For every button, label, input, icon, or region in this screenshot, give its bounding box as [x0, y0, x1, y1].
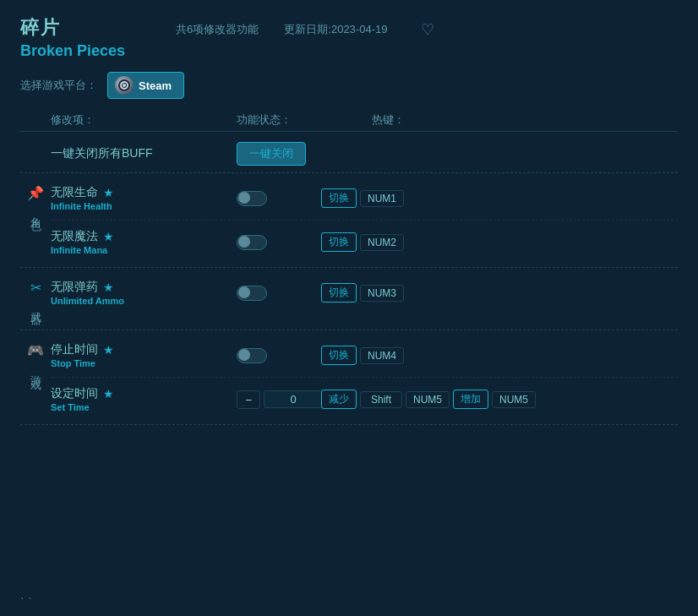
star-icon: ★ — [103, 281, 114, 294]
hotkey-shift-key: Shift — [360, 391, 402, 408]
table-row: 无限弹药 ★ Unlimited Ammo 切换 NUM3 — [51, 271, 678, 314]
steam-label: Steam — [139, 79, 172, 92]
mod-name-en: Set Time — [51, 402, 237, 412]
steam-button[interactable]: Steam — [107, 72, 184, 99]
hotkey-toggle-btn[interactable]: 切换 — [321, 283, 357, 303]
hotkey-toggle-btn[interactable]: 切换 — [321, 188, 357, 208]
star-icon: ★ — [103, 186, 114, 199]
character-section-label: 角色 — [28, 208, 43, 215]
toggle-unlimited-ammo[interactable] — [237, 286, 267, 301]
title-cn: 碎片 — [20, 15, 125, 41]
toggle-infinite-health[interactable] — [237, 191, 267, 206]
star-icon: ★ — [103, 387, 114, 401]
star-icon: ★ — [103, 230, 114, 243]
footer-dots: · · — [20, 591, 31, 606]
hotkey-toggle-btn[interactable]: 切换 — [321, 346, 357, 365]
mod-name-cn: 无限魔法 ★ — [51, 229, 237, 244]
hotkey-decrease-btn[interactable]: 减少 — [321, 390, 357, 409]
hotkey-num5-dec-key: NUM5 — [406, 391, 450, 408]
meta-count: 共6项修改器功能 — [176, 22, 259, 37]
hotkey-toggle-btn[interactable]: 切换 — [321, 232, 357, 252]
game-controller-icon: 🎮 — [27, 342, 44, 358]
section-character: 📌 角色 无限生命 ★ Infinite Health — [20, 177, 678, 268]
heart-icon[interactable]: ♡ — [421, 20, 434, 39]
number-input[interactable] — [264, 390, 323, 408]
col-header-hotkey: 热键： — [372, 112, 678, 128]
decrement-button[interactable]: − — [237, 390, 260, 409]
mod-name-en: Infinite Health — [51, 201, 237, 211]
global-buff-button[interactable]: 一键关闭 — [237, 142, 306, 166]
hotkey-key: NUM2 — [360, 234, 404, 251]
section-game: 🎮 游戏 停止时间 ★ Stop Time — [20, 334, 678, 425]
mod-name-en: Unlimited Ammo — [51, 296, 237, 306]
steam-logo-icon — [115, 76, 134, 95]
table-row: 停止时间 ★ Stop Time 切换 NUM4 — [51, 334, 678, 378]
game-section-label: 游戏 — [28, 367, 43, 373]
mod-name-cn: 无限生命 ★ — [51, 185, 237, 200]
col-header-status: 功能状态： — [237, 112, 372, 128]
table-row: 设定时间 ★ Set Time − + 减少 Shift NUM5 增加 NUM… — [51, 378, 678, 421]
weapons-section-label: 武器 — [28, 303, 43, 309]
mod-name-cn: 无限弹药 ★ — [51, 280, 237, 295]
mod-name-en: Stop Time — [51, 358, 237, 368]
section-weapons: ✂ 武器 无限弹药 ★ Unlimited Ammo — [20, 271, 678, 330]
character-pin-icon: 📌 — [27, 185, 44, 201]
global-buff-label: 一键关闭所有BUFF — [51, 146, 237, 161]
meta-date: 更新日期:2023-04-19 — [284, 22, 387, 37]
star-icon: ★ — [103, 343, 114, 357]
hotkey-increase-btn[interactable]: 增加 — [453, 390, 488, 409]
col-header-mod: 修改项： — [51, 112, 237, 128]
weapons-scissors-icon: ✂ — [30, 280, 41, 296]
toggle-infinite-mana[interactable] — [237, 235, 267, 250]
toggle-stop-time[interactable] — [237, 348, 267, 363]
hotkey-key: NUM1 — [360, 190, 404, 207]
hotkey-num5-inc-key: NUM5 — [492, 391, 536, 408]
mod-name-en: Infinite Mana — [51, 245, 237, 255]
table-row: 无限生命 ★ Infinite Health 切换 NUM1 — [51, 177, 678, 221]
platform-label: 选择游戏平台： — [20, 78, 97, 93]
hotkey-key: NUM3 — [360, 285, 404, 302]
mod-name-cn: 停止时间 ★ — [51, 342, 237, 357]
hotkey-key: NUM4 — [360, 347, 404, 364]
mod-name-cn: 设定时间 ★ — [51, 386, 237, 401]
svg-point-2 — [123, 84, 126, 87]
title-en: Broken Pieces — [20, 42, 125, 60]
table-row: 无限魔法 ★ Infinite Mana 切换 NUM2 — [51, 221, 678, 264]
